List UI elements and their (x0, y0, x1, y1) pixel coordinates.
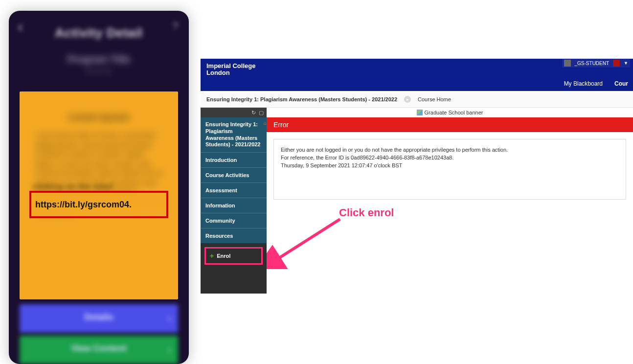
sidebar-item-introduction[interactable]: Introduction (201, 152, 267, 167)
enrol-button[interactable]: + Enrol (204, 247, 263, 265)
mobile-primary-button[interactable]: Details › (20, 304, 178, 333)
course-menu: Ensuring Integrity 1: Plagiarism Awarene… (201, 117, 267, 243)
banner-placeholder: Graduate School banner (267, 108, 633, 117)
bb-body: ↻ ▢ Ensuring Integrity 1: Plagiarism Awa… (201, 108, 633, 294)
refresh-icon[interactable]: ↻ (251, 110, 256, 116)
sidebar-item-information[interactable]: Information (201, 198, 267, 213)
annotation-label: Click enrol (339, 206, 394, 219)
brand-logo: Imperial College London (206, 63, 255, 77)
bb-header: Imperial College London _GS-STUDENT ▼ My… (201, 59, 633, 91)
breadcrumb-separator-icon: ▸ (404, 96, 411, 103)
breadcrumb: Ensuring Integrity 1: Plagiarism Awarene… (201, 91, 633, 108)
sidebar-item-course-activities[interactable]: Course Activities (201, 167, 267, 182)
enrol-label: Enrol (217, 253, 230, 259)
link-text: https://bit.ly/gsrcom04. (35, 200, 132, 210)
nav-my-blackboard[interactable]: My Blackboard (564, 80, 603, 87)
sidebar-item-resources[interactable]: Resources (201, 228, 267, 243)
course-management: + Enrol (201, 243, 267, 294)
mobile-title: Activity Detail (55, 25, 142, 41)
error-line-1: Either you are not logged in or you do n… (281, 146, 619, 154)
error-panel: Either you are not logged in or you do n… (273, 139, 626, 200)
mobile-secondary-button[interactable]: View Content › (20, 336, 178, 364)
highlighted-link[interactable]: https://bit.ly/gsrcom04. (29, 191, 168, 218)
error-title: Error (273, 121, 289, 129)
mobile-header: Activity Detail (9, 18, 189, 47)
main-content: Graduate School banner Error Either you … (267, 108, 633, 294)
error-line-3: Thursday, 9 September 2021 12:07:47 o'cl… (281, 162, 619, 170)
chevron-right-icon: › (168, 343, 171, 356)
user-bar[interactable]: _GS-STUDENT ▼ (562, 59, 630, 68)
notification-badge-icon[interactable] (613, 60, 620, 67)
top-nav: My Blackboard Cour (564, 80, 628, 87)
chevron-right-icon: › (168, 312, 171, 325)
username: _GS-STUDENT (575, 61, 610, 66)
mobile-screenshot: ‹ ? Activity Detail Program Title-- -- -… (9, 11, 189, 364)
nav-courses[interactable]: Cour (614, 80, 628, 87)
breadcrumb-page[interactable]: Course Home (418, 96, 451, 102)
sidebar-item-community[interactable]: Community (201, 213, 267, 228)
sidebar-tools: ↻ ▢ (201, 108, 267, 117)
link-context-text: clicking on the relief (32, 182, 113, 192)
sidebar-item-assessment[interactable]: Assessment (201, 182, 267, 198)
breadcrumb-course[interactable]: Ensuring Integrity 1: Plagiarism Awarene… (206, 96, 397, 102)
plus-icon: + (210, 252, 214, 259)
banner-alt-text: Graduate School banner (425, 110, 483, 115)
error-bar: Error (267, 117, 633, 132)
course-menu-title[interactable]: Ensuring Integrity 1: Plagiarism Awarene… (201, 117, 267, 152)
error-line-2: For reference, the Error ID is 0ad89622-… (281, 154, 619, 162)
home-icon[interactable]: ⌂ (264, 120, 267, 127)
mobile-subheader: Program Title-- -- -- (9, 50, 189, 84)
chevron-down-icon: ▼ (624, 61, 628, 66)
sidebar: ↻ ▢ Ensuring Integrity 1: Plagiarism Awa… (201, 108, 267, 294)
avatar-icon (564, 60, 571, 67)
folder-icon[interactable]: ▢ (259, 110, 264, 116)
broken-image-icon (417, 110, 423, 115)
blackboard-screenshot: Imperial College London _GS-STUDENT ▼ My… (201, 59, 633, 294)
